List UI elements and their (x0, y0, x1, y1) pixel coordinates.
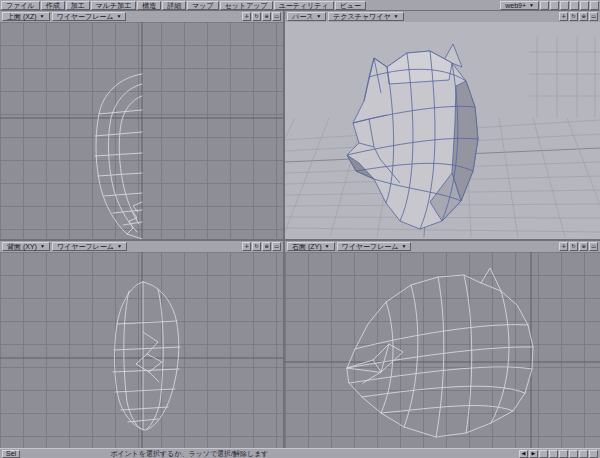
selection-mode-button[interactable]: Sel (2, 450, 20, 458)
back-view-drawing (0, 252, 283, 448)
layer-button-6[interactable] (589, 450, 598, 458)
window-button-2[interactable] (550, 1, 559, 10)
view-type-dropdown[interactable]: パース ▼ (287, 12, 326, 21)
prev-button[interactable]: ◀ (519, 450, 528, 458)
layer-button-5[interactable] (579, 450, 588, 458)
render-mode-value: ワイヤーフレーム (57, 243, 114, 250)
viewport-zoom-button[interactable]: ⊕ (262, 12, 271, 21)
maximize-icon: ▭ (274, 243, 279, 249)
viewport-rotate-button[interactable]: ↻ (569, 12, 578, 21)
viewport-pan-button[interactable]: ✛ (559, 242, 568, 251)
menu-tab-setup[interactable]: セットアップ (220, 1, 273, 10)
viewport-rotate-button[interactable]: ↻ (569, 242, 578, 251)
rotate-icon: ↻ (254, 243, 258, 249)
viewport-zoom-button[interactable]: ⊕ (262, 242, 271, 251)
status-message: ポイントを選択するか、ラッソで選択/解除します (110, 449, 268, 458)
dropdown-arrow-icon: ▼ (529, 3, 534, 8)
modeler-window: ファイル 作成 加工 マルチ加工 構造 詳細 マップ セットアップ ユーティリテ… (0, 0, 600, 458)
pan-icon: ✛ (561, 243, 565, 249)
menu-tab-modify[interactable]: 加工 (66, 1, 90, 10)
viewport-bottom-right: 右面 (ZY) ▼ ワイヤーフレーム ▼ ✛ ↻ ⊕ ▭ (285, 241, 600, 448)
viewport-bottom-left-header: 背面 (XY) ▼ ワイヤーフレーム ▼ ✛ ↻ ⊕ ▭ (0, 241, 283, 252)
zoom-icon: ⊕ (264, 13, 268, 19)
viewport-canvas-back[interactable] (0, 252, 283, 448)
menu-tab-multiply[interactable]: マルチ加工 (91, 1, 137, 10)
pan-icon: ✛ (244, 243, 248, 249)
dropdown-arrow-icon: ▼ (40, 14, 45, 19)
viewport-canvas-right[interactable] (285, 252, 600, 448)
render-mode-value: ワイヤーフレーム (57, 13, 114, 20)
preset-value: web9+ (505, 2, 526, 9)
render-mode-dropdown[interactable]: ワイヤーフレーム ▼ (52, 12, 127, 21)
right-view-drawing (285, 252, 600, 448)
zoom-icon: ⊕ (581, 13, 585, 19)
maximize-icon: ▭ (274, 13, 279, 19)
viewport-zoom-button[interactable]: ⊕ (579, 12, 588, 21)
menu-file-button[interactable]: ファイル (1, 1, 40, 10)
dropdown-arrow-icon: ▼ (325, 244, 330, 249)
viewport-maximize-button[interactable]: ▭ (272, 242, 281, 251)
pan-icon: ✛ (244, 13, 248, 19)
menu-tab-utilities[interactable]: ユーティリティ (274, 1, 334, 10)
view-type-dropdown[interactable]: 背面 (XY) ▼ (2, 242, 50, 251)
axis-lines (0, 252, 283, 448)
view-type-dropdown[interactable]: 右面 (ZY) ▼ (287, 242, 335, 251)
layer-button-4[interactable] (569, 450, 578, 458)
viewport-rotate-button[interactable]: ↻ (252, 242, 261, 251)
viewport-pan-button[interactable]: ✛ (242, 242, 251, 251)
layer-button-3[interactable] (559, 450, 568, 458)
view-type-dropdown[interactable]: 上面 (XZ) ▼ (2, 12, 50, 21)
menu-tab-view[interactable]: ビュー (335, 1, 366, 10)
pan-icon: ✛ (561, 13, 565, 19)
prev-icon: ◀ (522, 450, 526, 456)
window-button-6[interactable] (590, 1, 599, 10)
wireframe-mesh (95, 74, 142, 239)
viewport-maximize-button[interactable]: ▭ (589, 242, 598, 251)
window-button-4[interactable] (570, 1, 579, 10)
viewport-top-left: 上面 (XZ) ▼ ワイヤーフレーム ▼ ✛ ↻ ⊕ ▭ (0, 11, 283, 239)
viewport-controls: ✛ ↻ ⊕ ▭ (559, 12, 598, 21)
viewport-maximize-button[interactable]: ▭ (589, 12, 598, 21)
window-button-3[interactable] (560, 1, 569, 10)
viewport-canvas-top[interactable] (0, 22, 283, 239)
render-mode-dropdown[interactable]: ワイヤーフレーム ▼ (52, 242, 127, 251)
menu-tab-map[interactable]: マップ (187, 1, 219, 10)
viewport-grid: 上面 (XZ) ▼ ワイヤーフレーム ▼ ✛ ↻ ⊕ ▭ (0, 11, 600, 448)
viewport-top-left-header: 上面 (XZ) ▼ ワイヤーフレーム ▼ ✛ ↻ ⊕ ▭ (0, 11, 283, 22)
next-icon: ▶ (532, 450, 536, 456)
menu-bar-right: web9+ ▼ (500, 1, 599, 10)
next-button[interactable]: ▶ (529, 450, 538, 458)
viewport-canvas-perspective[interactable] (285, 22, 600, 239)
viewport-rotate-button[interactable]: ↻ (252, 12, 261, 21)
rotate-icon: ↻ (571, 243, 575, 249)
dropdown-arrow-icon: ▼ (394, 14, 399, 19)
viewport-bottom-left: 背面 (XY) ▼ ワイヤーフレーム ▼ ✛ ↻ ⊕ ▭ (0, 241, 283, 448)
status-bar-controls: ◀ ▶ (519, 450, 598, 458)
window-button-5[interactable] (580, 1, 589, 10)
viewport-maximize-button[interactable]: ▭ (272, 12, 281, 21)
menu-tab-construct[interactable]: 構造 (137, 1, 161, 10)
axis-lines (0, 22, 283, 239)
head-model (347, 44, 478, 229)
render-mode-dropdown[interactable]: テクスチャワイヤ ▼ (328, 12, 403, 21)
maximize-icon: ▭ (591, 13, 596, 19)
axis-lines (285, 252, 600, 448)
rotate-icon: ↻ (254, 13, 258, 19)
layer-button-1[interactable] (539, 450, 548, 458)
zoom-icon: ⊕ (264, 243, 268, 249)
render-mode-value: テクスチャワイヤ (333, 13, 390, 20)
menu-tab-create[interactable]: 作成 (41, 1, 65, 10)
preset-dropdown[interactable]: web9+ ▼ (500, 1, 539, 10)
render-mode-dropdown[interactable]: ワイヤーフレーム ▼ (337, 242, 412, 251)
viewport-pan-button[interactable]: ✛ (242, 12, 251, 21)
layer-button-2[interactable] (549, 450, 558, 458)
viewport-zoom-button[interactable]: ⊕ (579, 242, 588, 251)
menu-tab-detail[interactable]: 詳細 (162, 1, 186, 10)
viewport-pan-button[interactable]: ✛ (559, 12, 568, 21)
menu-bar: ファイル 作成 加工 マルチ加工 構造 詳細 マップ セットアップ ユーティリテ… (0, 0, 600, 11)
viewport-top-right: パース ▼ テクスチャワイヤ ▼ ✛ ↻ ⊕ ▭ (285, 11, 600, 239)
wireframe-mesh (347, 268, 533, 437)
viewport-controls: ✛ ↻ ⊕ ▭ (242, 12, 281, 21)
window-button-1[interactable] (540, 1, 549, 10)
view-type-value: パース (292, 13, 313, 20)
